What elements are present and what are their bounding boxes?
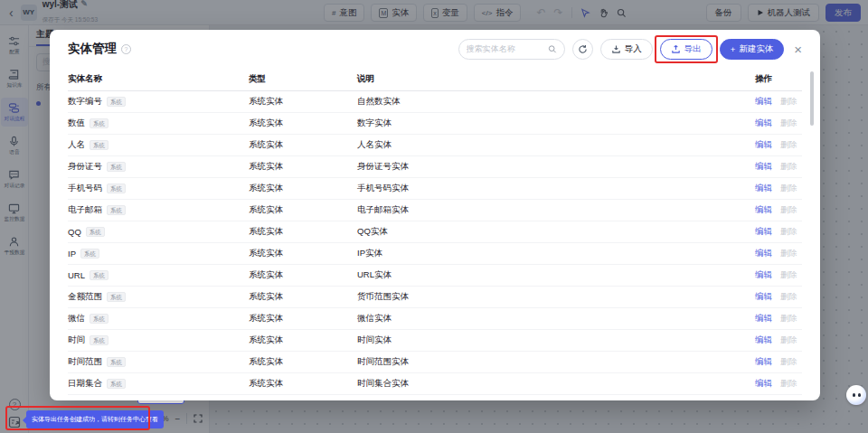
table-row: 金额范围 系统 系统实体 货币范围实体 编辑 删除 [68,287,802,308]
system-badge: 系统 [90,314,108,324]
entity-type: 系统实体 [249,183,357,194]
system-badge: 系统 [107,97,126,107]
entity-description: 时间实体 [357,334,755,346]
table-row: 身份证号 系统 系统实体 身份证号实体 编辑 删除 [68,156,802,178]
create-entity-button[interactable]: + 新建实体 [720,39,785,60]
entity-description: 人名实体 [357,139,755,151]
delete-link: 删除 [780,269,797,281]
entity-table: 实体名称 类型 说明 操作 数字编号 系统 系统实体 自然数实体 [68,68,802,395]
edit-link[interactable]: 编辑 [755,269,772,281]
refresh-button[interactable] [572,39,593,60]
delete-link: 删除 [780,226,797,238]
import-button[interactable]: 导入 [600,39,653,60]
entity-management-modal: 实体管理 ? 导入 导出 + [50,30,820,400]
entity-description: 身份证号实体 [357,161,755,173]
table-row: IP 系统 系统实体 IP实体 编辑 删除 [68,243,802,265]
refresh-icon [578,44,588,54]
export-task-toast: 实体导出任务创建成功，请转到任务中心查看 [26,410,164,428]
system-badge: 系统 [107,357,126,367]
entity-name: QQ [68,227,81,237]
table-row: 日期集合 系统 系统实体 时间集合实体 编辑 删除 [68,373,802,395]
col-description: 说明 [357,73,755,85]
modal-title: 实体管理 [68,41,117,57]
system-badge: 系统 [86,227,105,237]
entity-name: 人名 [68,139,85,151]
modal-help-icon[interactable]: ? [121,44,131,54]
edit-link[interactable]: 编辑 [755,313,772,325]
table-row: 微信 系统 系统实体 微信实体 编辑 删除 [68,308,802,330]
entity-type: 系统实体 [249,291,357,303]
entity-type: 系统实体 [249,269,357,281]
entity-description: 货币范围实体 [357,291,755,303]
edit-link[interactable]: 编辑 [755,356,772,368]
edit-link[interactable]: 编辑 [755,204,772,216]
entity-description: 手机号码实体 [357,183,755,194]
edit-link[interactable]: 编辑 [755,378,772,390]
edit-link[interactable]: 编辑 [755,291,772,303]
table-row: 数值 系统 系统实体 数字实体 编辑 删除 [68,113,802,135]
export-button[interactable]: 导出 [660,39,712,60]
table-row: 时间范围 系统 系统实体 时间范围实体 编辑 删除 [68,352,802,373]
table-scrollbar[interactable] [810,71,814,126]
entity-name: 时间 [68,334,85,346]
import-icon [611,44,621,54]
edit-link[interactable]: 编辑 [755,118,772,129]
entity-description: IP实体 [357,248,755,259]
app-root: ‹ WY wyl-测试 ✎ 保存于 今天 15:50:53 # 意图 M 实体 … [0,0,868,433]
delete-link: 删除 [780,204,797,216]
system-badge: 系统 [107,162,126,172]
system-badge: 系统 [107,379,126,389]
edit-link[interactable]: 编辑 [755,334,772,346]
entity-type: 系统实体 [249,161,357,173]
col-entity-name: 实体名称 [68,73,249,85]
entity-name: 电子邮箱 [68,204,102,216]
close-icon[interactable]: × [794,42,802,56]
edit-link[interactable]: 编辑 [755,248,772,259]
entity-type: 系统实体 [249,313,357,325]
entity-type: 系统实体 [249,118,357,129]
delete-link: 删除 [780,139,797,151]
table-row: 时间 系统 系统实体 时间实体 编辑 删除 [68,330,802,352]
export-icon [671,44,681,54]
entity-name: 数字编号 [68,96,102,108]
system-badge: 系统 [90,335,108,345]
delete-link: 删除 [780,378,797,390]
delete-link: 删除 [780,161,797,173]
delete-link: 删除 [780,356,797,368]
delete-link: 删除 [780,334,797,346]
entity-search-input[interactable] [467,44,544,53]
delete-link: 删除 [780,291,797,303]
edit-link[interactable]: 编辑 [755,96,772,108]
import-label: 导入 [625,43,642,55]
edit-link[interactable]: 编辑 [755,161,772,173]
table-row: URL 系统 系统实体 URL实体 编辑 删除 [68,265,802,287]
edit-link[interactable]: 编辑 [755,226,772,238]
entity-name: IP [68,249,76,259]
col-operations: 操作 [755,73,802,85]
entity-name: 微信 [68,313,85,325]
assistant-mascot[interactable] [846,385,866,405]
create-entity-label: 新建实体 [739,43,773,55]
delete-link: 删除 [780,96,797,108]
entity-name: 数值 [68,118,85,129]
system-badge: 系统 [107,292,126,302]
entity-type: 系统实体 [249,204,357,216]
entity-description: URL实体 [357,269,755,281]
entity-name: 身份证号 [68,161,102,173]
entity-type: 系统实体 [249,248,357,259]
table-row: 数字编号 系统 系统实体 自然数实体 编辑 删除 [68,91,802,113]
entity-description: 时间集合实体 [357,378,755,390]
entity-description: 时间范围实体 [357,356,755,368]
system-badge: 系统 [90,140,108,150]
entity-type: 系统实体 [249,139,357,151]
table-row: 人名 系统 系统实体 人名实体 编辑 删除 [68,135,802,156]
edit-link[interactable]: 编辑 [755,139,772,151]
entity-description: 自然数实体 [357,96,755,108]
entity-type: 系统实体 [249,334,357,346]
entity-description: QQ实体 [357,226,755,238]
entity-type: 系统实体 [249,226,357,238]
entity-name: 手机号码 [68,183,102,194]
entity-search-box[interactable] [458,39,565,60]
edit-link[interactable]: 编辑 [755,183,772,194]
entity-name: 金额范围 [68,291,102,303]
